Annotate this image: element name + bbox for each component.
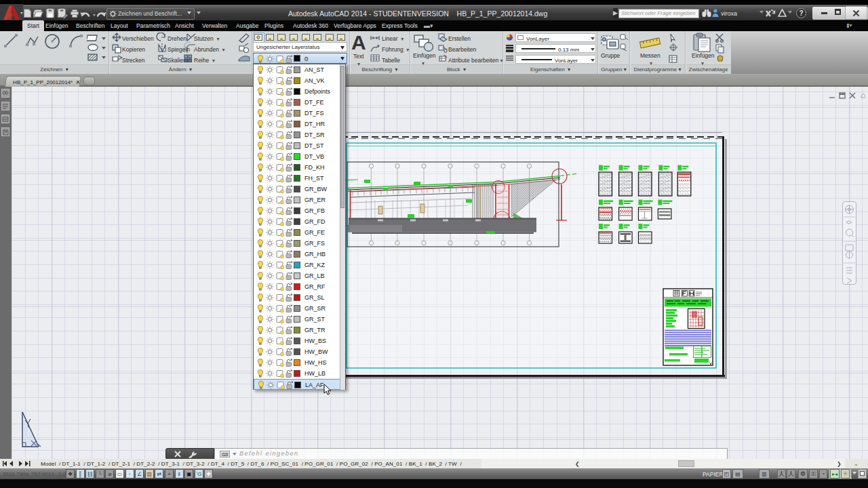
svg-text:?: ? bbox=[799, 9, 803, 17]
